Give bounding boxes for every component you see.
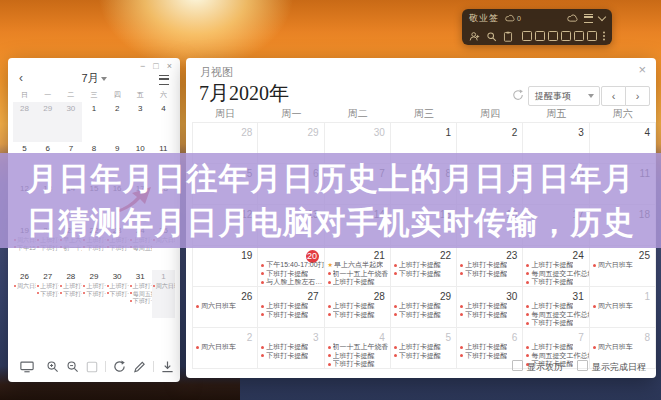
calendar-item[interactable]: 上班打卡提醒 <box>457 302 522 311</box>
calendar-item[interactable]: 与人脸上脸左右… <box>258 278 323 286</box>
prev-month-button[interactable]: ‹ <box>601 86 626 106</box>
day-cell[interactable]: 4初一十五上午烧香上班打卡提醒下班打卡提醒 <box>325 328 391 368</box>
calendar-item[interactable]: 上班打卡提醒 <box>523 343 588 352</box>
calendar-item[interactable]: 周六日班车 <box>590 302 655 311</box>
calendar-item[interactable]: 周六日班车 <box>193 302 257 311</box>
calendar-item[interactable]: 下班打卡提醒 <box>523 319 588 327</box>
day-cell[interactable]: 21★早上六点半起床初一十五上午烧香上班打卡提醒 <box>325 246 391 286</box>
calendar-item[interactable]: 上班打卡提醒 <box>325 352 390 361</box>
lunar-checkbox[interactable]: 显示农历 <box>512 360 563 374</box>
fit-size-icon[interactable] <box>86 361 98 373</box>
display-icon[interactable] <box>20 360 34 373</box>
zoom-out-icon[interactable] <box>66 360 79 373</box>
calendar-item[interactable]: 上班打卡提醒 <box>523 302 588 311</box>
calendar-item[interactable]: 周六日班车 <box>193 343 257 352</box>
bullet-dot <box>526 281 529 284</box>
day-cell[interactable]: 27上班打卡提醒下班打卡提醒 <box>258 287 324 327</box>
close-icon[interactable]: × <box>638 62 646 77</box>
clipboard-icon[interactable] <box>503 31 513 42</box>
day-cell[interactable]: 19 <box>192 246 258 286</box>
calendar-item[interactable]: 周六日班车 <box>590 261 655 270</box>
more-icon[interactable] <box>603 35 605 37</box>
completed-checkbox[interactable]: 显示完成日程 <box>577 360 646 374</box>
day-number-wrap: 28 <box>193 123 257 138</box>
calendar-item[interactable]: 下班打卡提醒 <box>258 352 323 361</box>
app-grid-icon[interactable] <box>535 31 545 41</box>
day-number: 3 <box>313 332 319 343</box>
maximize-button[interactable]: □ <box>153 61 158 71</box>
calendar-item[interactable]: 下班打卡提醒 <box>457 270 522 279</box>
filter-dropdown[interactable]: 提醒事项 <box>528 86 600 106</box>
day-cell[interactable]: 1周六日班车 <box>590 287 656 327</box>
day-cell[interactable]: 22上班打卡提醒下班打卡提醒 <box>391 246 457 286</box>
calendar-item[interactable]: 下班打卡提醒 <box>258 311 323 320</box>
calendar-item[interactable]: 周六日班车 <box>590 343 655 352</box>
calendar-item[interactable]: 上班打卡提醒 <box>325 302 390 311</box>
day-number-wrap: 8 <box>590 328 655 343</box>
download-icon[interactable] <box>161 360 174 373</box>
refresh-icon[interactable] <box>512 89 524 101</box>
day-number-wrap: 2 <box>193 328 257 343</box>
day-cell[interactable]: 23上班打卡提醒下班打卡提醒 <box>457 246 523 286</box>
calendar-item[interactable]: 下班打卡提醒 <box>391 352 456 361</box>
month-nav: ‹ › <box>601 86 650 106</box>
cloud-icon[interactable] <box>567 14 578 22</box>
calendar-item[interactable]: 下班打卡提醒 <box>258 270 323 279</box>
day-cell[interactable]: 26周六日班车 <box>192 287 258 327</box>
day-cell[interactable]: 3上班打卡提醒下班打卡提醒 <box>258 328 324 368</box>
calendar-item[interactable]: 下班打卡提醒 <box>325 360 390 368</box>
day-cell[interactable]: 24上班打卡提醒每周五提交工作总结下班打卡提醒 <box>523 246 589 286</box>
calendar-item[interactable]: 上班打卡提醒 <box>391 302 456 311</box>
day-cell[interactable]: 25周六日班车 <box>590 246 656 286</box>
calendar-item-text: 上班打卡提醒 <box>266 302 308 311</box>
day-cell[interactable]: 29上班打卡提醒下班打卡提醒 <box>391 287 457 327</box>
chevron-down-icon[interactable] <box>599 17 605 20</box>
minimize-button[interactable]: − <box>140 61 145 71</box>
pencil-icon[interactable] <box>133 360 146 373</box>
day-cell[interactable]: 2周六日班车 <box>192 328 258 368</box>
calendar-item[interactable]: 每周五提交工作总结 <box>523 352 588 361</box>
calendar-item[interactable]: 上班打卡提醒 <box>258 302 323 311</box>
calendar-item[interactable]: 下班打卡提醒 <box>391 311 456 320</box>
calendar-item[interactable]: 下班打卡提醒 <box>325 311 390 320</box>
mini-day-number: 26 <box>13 270 36 283</box>
app-grid-icon[interactable] <box>587 31 597 41</box>
calendar-item[interactable]: 下班打卡提醒 <box>457 352 522 361</box>
calendar-item[interactable]: 下班打卡提醒 <box>523 278 588 286</box>
menu-icon[interactable] <box>584 14 593 23</box>
calendar-item[interactable]: 上班打卡提醒 <box>523 261 588 270</box>
calendar-item-text: 周六日班车 <box>598 261 633 270</box>
user-icon[interactable] <box>469 31 480 42</box>
calendar-item[interactable]: 初一十五上午烧香 <box>325 343 390 352</box>
app-grid-icon[interactable] <box>574 31 584 41</box>
close-button[interactable]: × <box>167 61 172 71</box>
calendar-item[interactable]: 下班打卡提醒 <box>457 311 522 320</box>
calendar-item[interactable]: 上班打卡提醒 <box>325 278 390 286</box>
calendar-item[interactable]: 上班打卡提醒 <box>457 343 522 352</box>
day-cell[interactable]: 30上班打卡提醒下班打卡提醒 <box>457 287 523 327</box>
calendar-item[interactable]: 下班打卡提醒 <box>391 270 456 279</box>
day-cell[interactable]: 5上班打卡提醒下班打卡提醒 <box>391 328 457 368</box>
app-grid-icon[interactable] <box>561 31 571 41</box>
app-grid-icon[interactable] <box>548 31 558 41</box>
calendar-item[interactable]: 上班打卡提醒 <box>391 261 456 270</box>
search-icon[interactable] <box>486 31 497 42</box>
day-cell[interactable]: 28上班打卡提醒下班打卡提醒 <box>325 287 391 327</box>
app-grid-icon[interactable] <box>522 31 532 41</box>
day-cell[interactable]: 31上班打卡提醒每周五提交工作总结下班打卡提醒 <box>523 287 589 327</box>
calendar-item[interactable]: 上班打卡提醒 <box>391 343 456 352</box>
calendar-item[interactable]: 上班打卡提醒 <box>258 343 323 352</box>
rotate-icon[interactable] <box>113 360 126 373</box>
day-number-wrap: 30 <box>325 123 390 138</box>
calendar-item[interactable]: 初一十五上午烧香 <box>325 270 390 279</box>
calendar-item[interactable]: 每周五提交工作总结 <box>523 311 588 320</box>
calendar-item[interactable]: 下午15:40-17:00打… <box>258 261 323 270</box>
calendar-item[interactable]: 每周五提交工作总结 <box>523 270 588 279</box>
calendar-item[interactable]: ★早上六点半起床 <box>325 261 390 270</box>
calendar-item[interactable]: 上班打卡提醒 <box>457 261 522 270</box>
day-number-wrap: 21 <box>325 246 390 261</box>
next-month-button[interactable]: › <box>625 86 650 106</box>
zoom-in-icon[interactable] <box>46 360 59 373</box>
mini-day-cell: 1 <box>82 102 105 142</box>
day-cell[interactable]: 20下午15:40-17:00打…下班打卡提醒与人脸上脸左右… <box>258 246 324 286</box>
